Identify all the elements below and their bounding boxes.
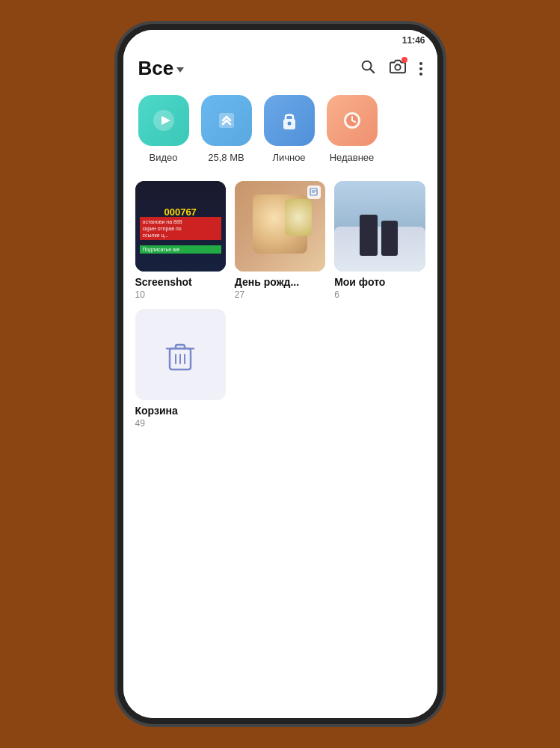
phone-frame: 11:46 Все [123, 30, 437, 718]
filter-video-icon [138, 95, 189, 146]
svg-point-7 [287, 122, 291, 126]
filter-private-icon [264, 95, 315, 146]
chevron-down-icon [176, 67, 184, 73]
birthday-content [235, 181, 325, 272]
albums-grid: 000767 останови на 889скрин отправ поссы… [123, 175, 437, 718]
filter-size-icon [201, 95, 252, 146]
filter-recent-icon [327, 95, 378, 146]
album-trash[interactable]: Корзина 49 [135, 309, 226, 428]
header-title-group[interactable]: Все [138, 57, 185, 80]
notification-dot [401, 57, 407, 63]
album-trash-name: Корзина [135, 405, 226, 417]
status-bar: 11:46 [123, 30, 437, 51]
album-myphoto-name: Мои фото [334, 276, 425, 288]
album-birthday[interactable]: День рожд... 27 [235, 181, 325, 300]
album-birthday-count: 27 [235, 289, 325, 300]
filter-video-label: Видео [150, 152, 178, 163]
app-header: Все [123, 51, 437, 89]
filter-recent[interactable]: Недавнее [327, 95, 378, 163]
svg-line-1 [370, 69, 374, 73]
header-actions [360, 58, 422, 79]
trash-icon-container [135, 309, 226, 399]
album-birthday-thumb [235, 181, 325, 272]
album-screenshot-thumb: 000767 останови на 889скрин отправ поссы… [135, 181, 226, 272]
quick-filters: Видео 25,8 MB [123, 89, 437, 175]
search-icon[interactable] [360, 58, 376, 79]
album-myphoto-count: 6 [334, 289, 425, 300]
album-myphoto[interactable]: Мои фото 6 [334, 181, 425, 300]
filter-size[interactable]: 25,8 MB [201, 95, 252, 163]
birthday-tag-icon [307, 186, 321, 199]
sc-green-bar: Подписатье ale [140, 245, 221, 254]
album-myphoto-thumb [334, 181, 425, 272]
screen: 11:46 Все [123, 30, 437, 718]
sc-red-bar: останови на 889скрин отправ поссылке ц..… [140, 217, 221, 240]
filter-private[interactable]: Личное [264, 95, 315, 163]
more-menu-icon[interactable] [419, 62, 422, 76]
album-trash-thumb [135, 309, 226, 399]
album-screenshot-count: 10 [135, 289, 226, 300]
status-icons: 11:46 [402, 35, 425, 46]
filter-video[interactable]: Видео [138, 95, 189, 163]
filter-recent-label: Недавнее [330, 152, 375, 163]
album-screenshot[interactable]: 000767 останови на 889скрин отправ поссы… [135, 181, 226, 300]
svg-point-2 [395, 64, 400, 70]
myphoto-content [334, 181, 425, 272]
screenshot-content: 000767 останови на 889скрин отправ поссы… [135, 181, 226, 272]
time-display: 11:46 [402, 35, 425, 46]
album-trash-count: 49 [135, 418, 226, 429]
album-birthday-name: День рожд... [235, 276, 325, 288]
album-screenshot-name: Screenshot [135, 276, 226, 288]
page-title: Все [138, 57, 174, 80]
camera-icon[interactable] [390, 58, 406, 79]
filter-size-label: 25,8 MB [208, 152, 244, 163]
filter-private-label: Личное [272, 152, 305, 163]
trash-icon [161, 335, 200, 374]
